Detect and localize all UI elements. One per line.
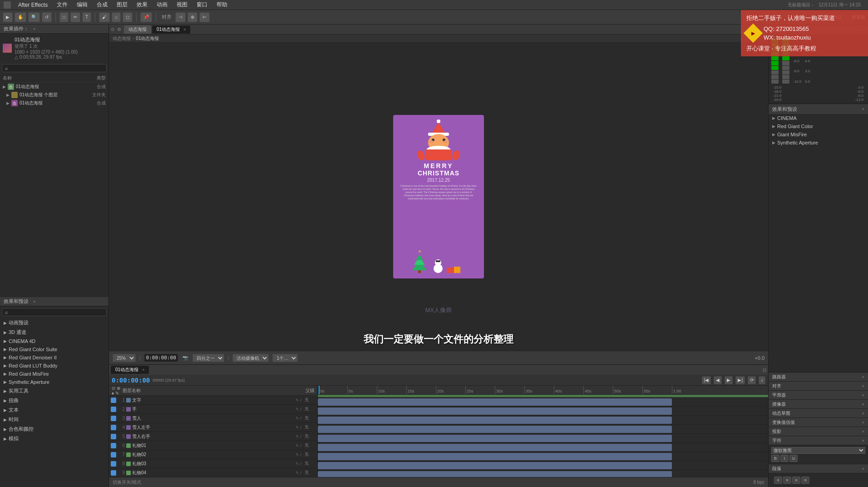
effect-model[interactable]: ▶ 模拟 (0, 434, 108, 443)
para-align-left[interactable]: ≡ (774, 477, 782, 484)
layer-vis-2[interactable] (111, 407, 116, 412)
view-dropdown[interactable]: 1个… (272, 354, 298, 362)
menu-animation[interactable]: 动画 (155, 0, 169, 10)
effect-tools[interactable]: ▶ 实用工具 (0, 386, 108, 396)
timeline-goto-start[interactable]: |◀ (702, 376, 711, 384)
project-main-item[interactable]: 01动态海报 使用了 1 次 1080 × 1920 (270 × 480) (… (0, 34, 108, 62)
timeline-expand[interactable]: ⊡ (763, 368, 766, 373)
layer-row-5[interactable]: 5 雪人右手 ✎ / 无 (109, 432, 317, 441)
layer-row-8[interactable]: 8 礼物03 ✎ / 无 (109, 459, 317, 468)
layer-row-4[interactable]: 4 雪人左手 ✎ / 无 (109, 423, 317, 432)
tool-eraser[interactable]: ◻ (123, 12, 133, 22)
menu-window[interactable]: 窗口 (195, 0, 209, 10)
para-close[interactable]: × (862, 467, 864, 471)
tool-pen[interactable]: ✏ (70, 12, 80, 22)
menu-composition[interactable]: 合成 (95, 0, 109, 10)
comp-tab-main[interactable]: 动态海报 (124, 25, 151, 34)
timeline-next-frame[interactable]: ▶| (735, 376, 745, 384)
layer-vis-4[interactable] (111, 425, 116, 430)
tool-zoom[interactable]: 🔍 (28, 12, 40, 22)
effect-rgdn[interactable]: ▶ Red Giant Denoiser II (0, 353, 108, 362)
smooth-close[interactable]: × (862, 393, 864, 398)
camera-dropdown[interactable]: 活动摄像机 (232, 354, 269, 362)
effects-panel-close[interactable]: × (33, 299, 35, 304)
timeline-ram-preview[interactable]: ⟳ (748, 376, 756, 384)
layer-vis-8[interactable] (111, 461, 116, 467)
char-close[interactable]: × (862, 438, 864, 443)
project-panel-close[interactable]: × (33, 27, 35, 31)
transform-close[interactable]: × (862, 420, 864, 425)
layer-row-1[interactable]: 1 文字 ✎ / 无 (109, 396, 317, 405)
timeline-play[interactable]: ▶ (725, 376, 733, 384)
tool-text[interactable]: T (82, 12, 91, 22)
tool-hand[interactable]: ✋ (15, 12, 26, 22)
track-bar-9[interactable] (318, 471, 672, 477)
preset-cinema[interactable]: ▶ CINEMA (769, 114, 868, 122)
track-bar-7[interactable] (318, 453, 672, 460)
menu-view[interactable]: 视图 (175, 0, 189, 10)
search-input[interactable] (10, 65, 104, 71)
timeline-prev-frame[interactable]: ◀ (714, 376, 722, 384)
file-item-2[interactable]: ▶ 01动态海报 个图层 文件夹 (0, 91, 108, 99)
luluqi-close[interactable]: × (862, 375, 864, 379)
timeline-audio[interactable]: ♪ (759, 376, 765, 384)
effect-merge[interactable]: ▶ 合色和颜控 (0, 424, 108, 434)
menu-help[interactable]: 帮助 (215, 0, 229, 10)
comp-tab-01-close[interactable]: × (183, 27, 186, 32)
shadow-close[interactable]: × (862, 429, 864, 434)
breadcrumb-item2[interactable]: 01动态海报 (136, 35, 159, 42)
tool-clone[interactable]: ⌂ (112, 12, 121, 22)
tool-rect[interactable]: □ (59, 12, 69, 22)
menu-effects[interactable]: 效果 (135, 0, 149, 10)
menu-layer[interactable]: 图层 (115, 0, 129, 10)
comp-tab-01[interactable]: 01动态海报 × (152, 25, 190, 34)
align-close[interactable]: × (862, 384, 864, 388)
effects-search-input[interactable] (10, 309, 104, 315)
toggle-switches[interactable]: 切换开关/模式 (113, 479, 141, 486)
zoom-dropdown[interactable]: 25% (113, 354, 136, 362)
layer-row-3[interactable]: 3 雪人 ✎ / 无 (109, 414, 317, 423)
align-right[interactable]: ⊢ (199, 12, 210, 22)
effect-anim[interactable]: ▶ 动画预设 (0, 318, 108, 328)
layer-vis-3[interactable] (111, 416, 116, 421)
effect-rglb[interactable]: ▶ Red Giant LUT Buddy (0, 362, 108, 370)
italic-btn[interactable]: I (780, 455, 789, 462)
menu-after-effects[interactable]: After Effects (16, 1, 49, 9)
effect-time[interactable]: ▶ 时间 (0, 415, 108, 424)
file-item-1[interactable]: ▶ 合 01动态海报 合成 (0, 83, 108, 91)
motiondraft-close[interactable]: × (862, 411, 864, 416)
layer-vis-7[interactable] (111, 452, 116, 457)
layer-row-7[interactable]: 7 礼物02 ✎ / 无 (109, 450, 317, 459)
track-bar-6[interactable] (318, 444, 672, 451)
layer-vis-1[interactable] (111, 398, 116, 403)
preset-misfire[interactable]: ▶ Giant MisFire (769, 130, 868, 139)
effect-text[interactable]: ▶ 文本 (0, 405, 108, 415)
quality-dropdown[interactable]: 四分之一 (192, 354, 224, 362)
project-search[interactable]: ⌕ (2, 64, 107, 72)
preset-sa[interactable]: ▶ Synthetic Aperture (769, 139, 868, 147)
track-bar-1[interactable] (318, 398, 672, 406)
effects-preset-close[interactable]: × (862, 107, 864, 111)
para-align-right[interactable]: ≡ (792, 477, 800, 484)
menu-edit[interactable]: 编辑 (75, 0, 89, 10)
track-bar-5[interactable] (318, 435, 672, 442)
effect-sa[interactable]: ▶ Synthetic Aperture (0, 378, 108, 386)
tool-brush[interactable]: 🖌 (99, 12, 110, 22)
underline-btn[interactable]: U (789, 455, 798, 462)
menu-file[interactable]: 文件 (55, 0, 69, 10)
track-bar-3[interactable] (318, 417, 672, 424)
track-bar-4[interactable] (318, 426, 672, 433)
layer-vis-5[interactable] (111, 434, 116, 439)
align-center[interactable]: ⊕ (187, 12, 197, 22)
track-bar-8[interactable] (318, 462, 672, 469)
effect-distort[interactable]: ▶ 扭曲 (0, 396, 108, 405)
para-align-justify[interactable]: ≡ (801, 477, 809, 484)
effect-rgcs[interactable]: ▶ Red Giant Color Suite (0, 345, 108, 353)
layer-row-9[interactable]: 9 礼物04 ✎ / 无 (109, 468, 317, 477)
bold-btn[interactable]: B (771, 455, 779, 462)
tool-rotate[interactable]: ↺ (42, 12, 52, 22)
layer-vis-9[interactable] (111, 470, 116, 476)
effect-rgmf[interactable]: ▶ Red Giant MisFire (0, 370, 108, 378)
font-select[interactable]: 微软雅黑 (771, 447, 865, 454)
wiggler-close[interactable]: × (862, 402, 864, 407)
